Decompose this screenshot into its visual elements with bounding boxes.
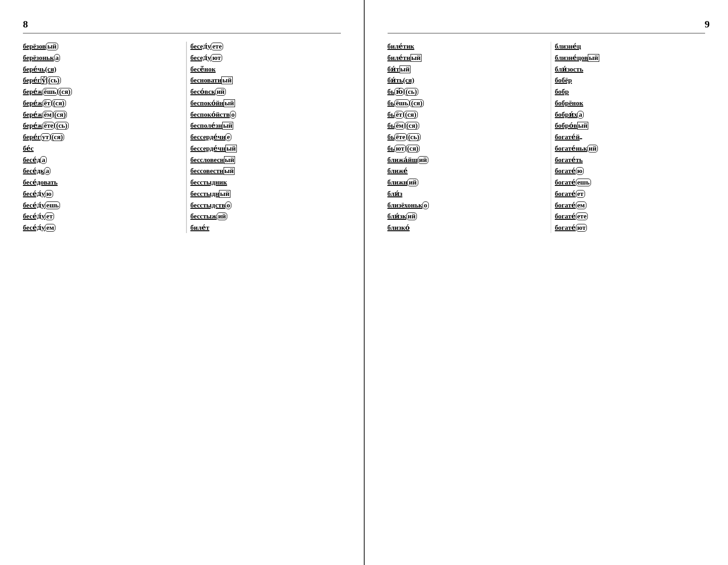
word-entry: бе́с: [23, 144, 178, 154]
word-entry: бесе́да: [23, 155, 178, 165]
word-entry: бере́жём(ся): [23, 110, 178, 120]
word-entry: богате́ем: [555, 201, 710, 211]
word-entry: бли́з: [388, 189, 542, 199]
word-entry: бобёр: [555, 76, 710, 86]
page-number-right: 9: [388, 18, 715, 30]
word-entry: бли́зость: [555, 65, 710, 75]
word-entry: бьёт(ся): [388, 110, 542, 120]
word-entry: бью́(сь): [388, 87, 542, 97]
word-entry: бесе́д́ует: [23, 212, 178, 222]
word-entry: бессерде́чие: [191, 132, 345, 142]
word-entry: бобри́ха: [555, 110, 710, 120]
word-entry: бере́жёт(ся): [23, 98, 178, 109]
word-entry: бере́чь(ся): [23, 65, 178, 75]
word-entry: богате́й: [555, 132, 710, 142]
word-entry: ближа́йший: [388, 155, 542, 165]
word-entry: бесе́д́ую: [23, 189, 178, 199]
word-entry: бесе́д́уешь: [23, 201, 178, 211]
word-entry: богате́ешь: [555, 178, 710, 188]
right-col1: биле́тикбиле́тныйби́тыйби́ть(ся)бью́(сь)…: [388, 42, 547, 233]
word-entry: бесстыдник: [191, 178, 345, 188]
word-entry: богате́нький: [555, 144, 710, 154]
left-col2: бесед́уетебесед́уютбесё́нокбесноватиыйбе…: [191, 42, 350, 233]
word-entry: бере́гут(ся): [23, 132, 178, 142]
word-entry: биле́тик: [388, 42, 542, 52]
word-entry: бобр: [555, 87, 710, 97]
word-entry: бесноватиый: [191, 76, 345, 86]
word-entry: бессловесный: [191, 155, 345, 165]
word-entry: бесе́д́уем: [23, 223, 178, 233]
word-entry: бьют(ся): [388, 144, 542, 154]
word-entry: бесё́нок: [191, 65, 345, 75]
word-entry: биле́тный: [388, 53, 542, 63]
word-entry: бесед́уют: [191, 53, 345, 63]
word-entry: бесстыдство: [191, 201, 345, 211]
page-right: 9 биле́тикбиле́тныйби́тыйби́ть(ся)бью́(с…: [365, 0, 728, 565]
word-entry: беспоко́йство: [191, 110, 345, 120]
word-entry: богате́ть: [555, 155, 710, 165]
word-entry: богате́ете: [555, 212, 710, 222]
word-entry: бессовестный: [191, 166, 345, 176]
word-entry: бере́жёте(сь): [23, 121, 178, 131]
word-entry: богате́ет: [555, 189, 710, 199]
word-entry: богате́ю: [555, 166, 710, 176]
word-entry: би́ть(ся): [388, 76, 542, 86]
word-entry: бесстыжий: [191, 212, 345, 222]
word-entry: ближе́: [388, 166, 542, 176]
word-entry: бьёте(сь): [388, 132, 542, 142]
word-entry: бере́гу́(сь): [23, 76, 178, 86]
word-entry: бьём(ся): [388, 121, 542, 131]
page-left: 8 берёзовыйберёзонькабере́чь(ся)бере́гу́…: [0, 0, 365, 565]
word-entry: бере́жёшь(ся): [23, 87, 178, 97]
word-entry: бессерде́чный: [191, 144, 345, 154]
word-entry: берёзонька: [23, 53, 178, 63]
word-entry: близне́цовый: [555, 53, 710, 63]
word-entry: бесстыдный: [191, 189, 345, 199]
right-col2: близне́цблизне́цовыйбли́зостьбобёрбобрбо…: [555, 42, 714, 233]
word-entry: ближний: [388, 178, 542, 188]
word-entry: бобрёнок: [555, 98, 710, 109]
word-entry: бесе́довать: [23, 178, 178, 188]
word-entry: богате́ют: [555, 223, 710, 233]
word-entry: близне́ц: [555, 42, 710, 52]
word-entry: бли́зкий: [388, 212, 542, 222]
word-entry: би́тый: [388, 65, 542, 75]
word-entry: беспоко́йный: [191, 98, 345, 109]
word-entry: бесед́уете: [191, 42, 345, 52]
left-col1: берёзовыйберёзонькабере́чь(ся)бере́гу́(с…: [23, 42, 182, 233]
word-entry: близко́: [388, 223, 542, 233]
word-entry: бобро́вый: [555, 121, 710, 131]
word-entry: близёхонько: [388, 201, 542, 211]
word-entry: бесполе́зный: [191, 121, 345, 131]
word-entry: бесе́дка: [23, 166, 178, 176]
word-entry: биле́т: [191, 223, 345, 233]
page-number-left: 8: [23, 18, 350, 30]
word-entry: бьёшь(ся): [388, 98, 542, 109]
word-entry: берёзовый: [23, 42, 178, 52]
word-entry: бесо́вский: [191, 87, 345, 97]
